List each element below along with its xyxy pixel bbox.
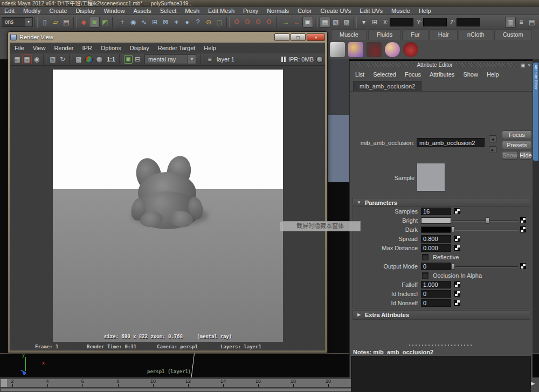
- rv-menu-render-target[interactable]: Render Target: [154, 43, 200, 53]
- rv-menu-file[interactable]: File: [10, 43, 29, 53]
- falloff-field[interactable]: 1.000: [421, 281, 451, 288]
- keep-image-icon[interactable]: ▣: [124, 55, 133, 64]
- dark-slider[interactable]: [452, 230, 518, 231]
- attribute-editor-vertical-tab[interactable]: Attribute Editor: [533, 63, 538, 161]
- menu-proxy[interactable]: Proxy: [239, 7, 262, 15]
- menu-color[interactable]: Color: [293, 7, 316, 15]
- map-texture-icon[interactable]: [454, 236, 460, 242]
- refresh-ipr-icon[interactable]: ↻: [58, 54, 67, 64]
- shelf-item-icon[interactable]: [367, 42, 382, 57]
- remove-image-icon[interactable]: ⊟: [133, 54, 142, 64]
- range-slider-handle[interactable]: [1, 389, 404, 391]
- output-connections-icon[interactable]: ←: [292, 17, 302, 27]
- mask-curves-icon[interactable]: ∿: [139, 17, 149, 27]
- close-button[interactable]: ×: [307, 33, 325, 41]
- mask-misc-icon[interactable]: ?: [192, 17, 203, 27]
- slider-handle[interactable]: [451, 226, 455, 233]
- snap-grid-icon[interactable]: Ω: [231, 17, 242, 27]
- shelf-item-icon[interactable]: [330, 42, 345, 57]
- mask-deformers-icon[interactable]: ⊠: [160, 17, 171, 27]
- bright-slider[interactable]: [452, 221, 518, 222]
- map-texture-icon[interactable]: [454, 245, 460, 251]
- snap-plane-icon[interactable]: Ω: [264, 17, 274, 27]
- rv-menu-ipr[interactable]: IPR: [78, 43, 96, 53]
- undock-icon[interactable]: ▣: [520, 63, 526, 68]
- menu-assets[interactable]: Assets: [129, 7, 156, 15]
- map-texture-icon[interactable]: [454, 208, 460, 214]
- coordinate-mode-icon[interactable]: ▾: [358, 17, 369, 27]
- y-input[interactable]: [423, 18, 447, 26]
- axis-widget-icon[interactable]: ⊞: [369, 17, 380, 27]
- select-hierarchy-icon[interactable]: ◆: [78, 17, 89, 27]
- range-slider[interactable]: [0, 388, 411, 392]
- ae-menu-focus[interactable]: Focus: [400, 69, 425, 80]
- node-name-field[interactable]: [417, 138, 485, 147]
- bright-color-swatch[interactable]: [421, 217, 451, 224]
- menu-normals[interactable]: Normals: [262, 7, 293, 15]
- menu-edit-uvs[interactable]: Edit UVs: [355, 7, 387, 15]
- shelf-tab-custom[interactable]: Custom: [494, 29, 532, 40]
- spread-field[interactable]: 0.800: [421, 235, 451, 243]
- chevron-down-icon[interactable]: ▾: [25, 18, 32, 26]
- render-current-frame-icon[interactable]: ▦: [320, 17, 330, 27]
- mask-joints-icon[interactable]: ◉: [128, 17, 139, 27]
- tool-settings-toggle-icon[interactable]: ≡: [516, 17, 527, 27]
- pause-ipr-icon[interactable]: [281, 57, 286, 62]
- menu-create[interactable]: Create: [45, 7, 71, 15]
- maximize-button[interactable]: ▢: [291, 33, 306, 41]
- mask-handles-icon[interactable]: +: [117, 17, 128, 27]
- extra-attributes-header[interactable]: ▶ Extra Attributes: [353, 311, 530, 319]
- drag-handle[interactable]: [353, 63, 413, 67]
- shelf-item-icon[interactable]: [385, 42, 400, 57]
- sample-swatch[interactable]: [417, 163, 445, 191]
- snap-curve-icon[interactable]: Ω: [242, 17, 253, 27]
- menu-window[interactable]: Window: [99, 7, 129, 15]
- menu-mesh[interactable]: Mesh: [181, 7, 204, 15]
- id-inclexcl-field[interactable]: 0: [421, 290, 451, 298]
- new-scene-icon[interactable]: ▯: [39, 17, 50, 27]
- menu-help[interactable]: Help: [414, 7, 436, 15]
- presets-button[interactable]: Presets: [502, 141, 532, 149]
- menu-modify[interactable]: Modify: [19, 7, 45, 15]
- render-region-icon[interactable]: ▦: [22, 54, 32, 64]
- render-settings-icon[interactable]: ▨: [341, 17, 352, 27]
- ae-menu-list[interactable]: List: [351, 69, 369, 80]
- chevron-down-icon[interactable]: ▾: [188, 55, 196, 64]
- ae-menu-selected[interactable]: Selected: [369, 69, 400, 80]
- alpha-channel-icon[interactable]: [96, 56, 103, 63]
- shelf-tab-hair[interactable]: Hair: [430, 29, 458, 40]
- shelf-tab-ncloth[interactable]: nCloth: [459, 29, 493, 40]
- menu-muscle[interactable]: Muscle: [387, 7, 414, 15]
- map-texture-icon[interactable]: [454, 300, 460, 306]
- mask-dynamics-icon[interactable]: ∗: [171, 17, 182, 27]
- select-component-icon[interactable]: ◩: [100, 17, 110, 27]
- focus-button[interactable]: Focus: [502, 130, 532, 139]
- rv-menu-view[interactable]: View: [29, 43, 50, 53]
- map-texture-icon[interactable]: [454, 291, 460, 297]
- snap-point-icon[interactable]: Ω: [253, 17, 264, 27]
- rv-menu-help[interactable]: Help: [199, 43, 220, 53]
- shelf-item-icon[interactable]: [403, 42, 418, 57]
- minimize-button[interactable]: —: [274, 33, 289, 41]
- occlusion-in-alpha-checkbox[interactable]: [422, 272, 429, 279]
- menu-display[interactable]: Display: [71, 7, 99, 15]
- notes-textarea[interactable]: [351, 356, 531, 392]
- rv-menu-display[interactable]: Display: [126, 43, 154, 53]
- menu-edit[interactable]: Edit: [0, 7, 19, 15]
- snapshot-icon[interactable]: ◉: [32, 54, 42, 64]
- parameters-header[interactable]: ▼ Parameters: [353, 198, 530, 207]
- output-connection-icon[interactable]: ▸: [489, 146, 496, 153]
- renderer-dropdown[interactable]: mental ray ▾: [144, 54, 196, 64]
- ae-menu-help[interactable]: Help: [482, 69, 503, 80]
- redo-render-icon[interactable]: ▦: [12, 54, 22, 64]
- attribute-editor-title-bar[interactable]: Attribute Editor ▣ ×: [350, 61, 533, 69]
- menu-create-uvs[interactable]: Create UVs: [316, 7, 355, 15]
- save-scene-icon[interactable]: ▤: [61, 17, 72, 27]
- render-layer-label[interactable]: layer 1: [217, 56, 234, 63]
- shelf-tab-fur[interactable]: Fur: [402, 29, 429, 40]
- ipr-render-icon[interactable]: ▧: [48, 54, 58, 64]
- ae-menu-attributes[interactable]: Attributes: [425, 69, 459, 80]
- mask-rendering-icon[interactable]: ●: [182, 17, 192, 27]
- highlight-selection-icon[interactable]: ▢: [214, 17, 225, 27]
- rv-menu-options[interactable]: Options: [96, 43, 126, 53]
